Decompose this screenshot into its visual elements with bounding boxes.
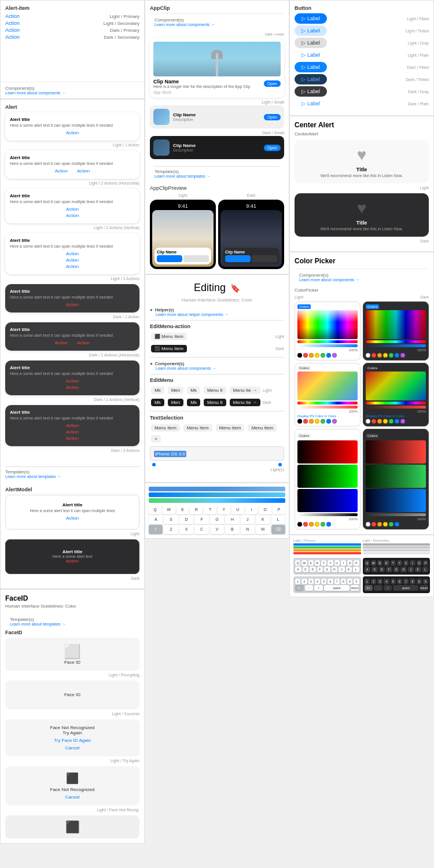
kb-sym-d2[interactable]: #+ xyxy=(365,585,373,591)
swatch-blue-d2[interactable] xyxy=(395,419,399,424)
swatch-green-3[interactable] xyxy=(321,522,325,527)
key-e[interactable]: E xyxy=(176,505,189,514)
key-delete[interactable]: ⌫ xyxy=(271,525,285,534)
alert-btn-5-1[interactable]: Action xyxy=(64,301,81,308)
kb-5-l2[interactable]: 5 xyxy=(321,579,326,584)
kb-2-d2[interactable]: 2 xyxy=(371,579,376,584)
kb-s-l[interactable]: S xyxy=(303,567,309,572)
swatch-green-d2[interactable] xyxy=(389,419,393,424)
kb-1-l2[interactable]: 1 xyxy=(295,579,300,584)
kb-i-l[interactable]: I xyxy=(341,560,346,566)
alert-btn-3-1[interactable]: Action xyxy=(64,206,81,212)
edit-menu-dark-item1[interactable]: Menu It xyxy=(204,399,226,406)
swatch-red-3[interactable] xyxy=(303,522,308,527)
appclip-dark-open-btn[interactable]: Open xyxy=(264,145,281,151)
cp-tab-colors-dark-1[interactable]: Colors xyxy=(366,304,379,309)
swatch-orange-d3[interactable] xyxy=(377,522,382,527)
swatch-yellow-1[interactable] xyxy=(315,353,319,358)
kb-a-d[interactable]: A xyxy=(365,567,371,572)
kb-2-l2[interactable]: 2 xyxy=(301,579,307,584)
editing-comp-learn-more[interactable]: Learn more about components → xyxy=(156,366,284,370)
key-q[interactable]: Q xyxy=(149,505,161,514)
swatch-green-d1[interactable] xyxy=(389,353,393,358)
appclip-open-btn[interactable]: Open xyxy=(264,80,281,87)
kb-slash-l2[interactable]: / xyxy=(314,585,323,591)
key-g[interactable]: G xyxy=(210,515,224,524)
swatch-green-2[interactable] xyxy=(321,419,325,424)
cp-tab-d2[interactable]: Colors xyxy=(366,366,379,370)
appclip-learn-more[interactable]: Learn more about components → xyxy=(155,23,279,27)
swatch-white-d1[interactable] xyxy=(366,353,370,358)
swatch-red-d3[interactable] xyxy=(372,522,376,527)
edit-menu-light-mk1[interactable]: Mk xyxy=(151,387,164,394)
btn-light-tinted[interactable]: ▷ Label xyxy=(295,25,327,36)
opacity-slider-3[interactable] xyxy=(297,513,358,516)
action-link-4[interactable]: Action xyxy=(5,34,20,40)
kb-w-d[interactable]: W xyxy=(371,560,376,566)
appclip-small-open-btn[interactable]: Open xyxy=(264,114,281,120)
swatch-green-d3[interactable] xyxy=(389,522,393,527)
hue-slider-2[interactable] xyxy=(297,402,358,404)
key-h[interactable]: H xyxy=(225,515,239,524)
swatch-red-2[interactable] xyxy=(303,419,308,424)
cp-tab-l3[interactable]: Colors xyxy=(297,433,311,438)
alert-btn-7-1[interactable]: Action xyxy=(64,378,81,384)
swatch-purple-d2[interactable] xyxy=(400,419,405,424)
kb-o-d[interactable]: O xyxy=(417,560,422,566)
kb-s-d[interactable]: S xyxy=(372,567,378,572)
kb-e-d[interactable]: E xyxy=(377,560,382,566)
kb-f-l[interactable]: F xyxy=(317,567,323,572)
menu-item-dark[interactable]: ⬛ Menu Item xyxy=(151,345,187,352)
swatch-blue-d3[interactable] xyxy=(395,522,399,527)
key-n[interactable]: N xyxy=(241,525,255,534)
edit-menu-light-item2[interactable]: Menu Ite → xyxy=(230,387,260,394)
key-o[interactable]: O xyxy=(259,505,271,514)
swatch-black-2[interactable] xyxy=(297,419,302,424)
cp-tab-l2[interactable]: Colors xyxy=(297,366,311,370)
alert-btn-4-1[interactable]: Action xyxy=(64,251,81,257)
helper-learn-more[interactable]: Learn more about helper components → xyxy=(156,312,284,317)
opacity-slider-dark-2[interactable] xyxy=(366,406,426,409)
edit-menu-light-men[interactable]: Men xyxy=(168,387,184,394)
kb-0-d2[interactable]: 0 xyxy=(423,579,428,584)
alert-btn-4-2[interactable]: Action xyxy=(64,257,81,263)
opacity-slider-2[interactable] xyxy=(297,406,358,409)
alert-btn-7-2[interactable]: Action xyxy=(64,384,81,391)
hue-slider-1[interactable] xyxy=(297,340,358,343)
opacity-slider-1[interactable] xyxy=(297,344,358,347)
key-u[interactable]: U xyxy=(231,505,244,514)
btn-dark-tinted[interactable]: ▷ Label xyxy=(295,74,327,84)
hue-slider-dark-1[interactable] xyxy=(366,340,426,343)
key-d[interactable]: D xyxy=(179,515,193,524)
kb-4-l2[interactable]: 4 xyxy=(315,579,320,584)
cp-tab-colors-1[interactable]: Colors xyxy=(297,304,311,309)
swatch-yellow-2[interactable] xyxy=(315,419,319,424)
hue-slider-dark-2[interactable] xyxy=(366,402,426,404)
btn-light-filled[interactable]: ▷ Label xyxy=(295,13,327,24)
kb-i-d[interactable]: I xyxy=(410,560,415,566)
swatch-green-1[interactable] xyxy=(321,353,325,358)
kb-u-d[interactable]: U xyxy=(403,560,409,566)
faceid-tryagain-btn[interactable]: Try Face ID Again xyxy=(54,738,91,743)
swatch-orange-2[interactable] xyxy=(309,419,314,424)
edit-menu-dark-mk2[interactable]: Mk xyxy=(187,399,200,406)
swatch-purple-d1[interactable] xyxy=(400,353,405,358)
kb-g-d[interactable]: G xyxy=(393,567,400,572)
btn-dark-plain[interactable]: ▷ Label xyxy=(295,98,327,109)
edit-menu-dark-mk1[interactable]: Mk xyxy=(151,399,164,406)
kb-3-d2[interactable]: 3 xyxy=(377,579,382,584)
faceid-learn-more[interactable]: Learn more about templates → xyxy=(10,622,135,626)
kb-t-l[interactable]: T xyxy=(321,560,326,566)
kb-e-l[interactable]: E xyxy=(308,560,314,566)
kb-q-d[interactable]: Q xyxy=(365,560,370,566)
kb-g-l[interactable]: G xyxy=(324,567,330,572)
alertmodel-light-action[interactable]: Action xyxy=(64,515,81,521)
kb-y-l[interactable]: Y xyxy=(328,560,333,566)
swatch-yellow-d1[interactable] xyxy=(383,353,388,358)
kb-1-d2[interactable]: 1 xyxy=(365,579,370,584)
swatch-blue-2[interactable] xyxy=(326,419,331,424)
kb-u-l[interactable]: U xyxy=(334,560,340,566)
key-x[interactable]: X xyxy=(179,525,193,534)
phone-clip-btn2-light[interactable] xyxy=(183,255,209,262)
swatch-orange-1[interactable] xyxy=(309,353,314,358)
